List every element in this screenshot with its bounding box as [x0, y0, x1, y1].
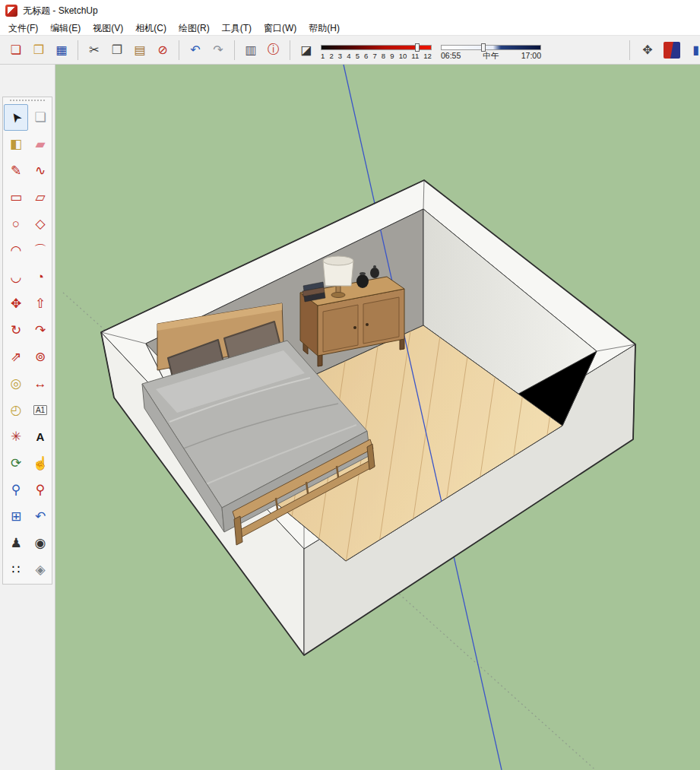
model-info-button[interactable]: ⓘ	[262, 39, 285, 62]
3d-text-tool[interactable]: A	[28, 423, 52, 450]
menu-help[interactable]: 帮助(H)	[302, 21, 346, 35]
zoom-window-tool[interactable]: ⚲	[28, 477, 52, 503]
shadow-time-slider[interactable]: 06:55 中午 17:00	[441, 40, 541, 60]
push-pull-tool[interactable]: ⇧	[28, 290, 52, 317]
door-knob	[353, 326, 356, 329]
arc-tool[interactable]: ◠	[4, 237, 28, 264]
date-slider-thumb[interactable]	[415, 43, 420, 52]
rectangle-tool[interactable]: ▭	[4, 184, 28, 211]
freehand-tool[interactable]: ∿	[28, 157, 52, 184]
menu-bar: 文件(F) 编辑(E) 视图(V) 相机(C) 绘图(R) 工具(T) 窗口(W…	[0, 21, 700, 35]
printer-icon: ▥	[245, 43, 256, 57]
three-point-arc-tool[interactable]: ◡	[4, 264, 28, 290]
zoom-tool[interactable]: ⚲	[4, 477, 28, 503]
paint-bucket-tool[interactable]: ◧	[4, 131, 28, 157]
print-button[interactable]: ▥	[239, 39, 262, 62]
rectangle-icon: ▭	[10, 189, 22, 205]
time-labels: 06:55 中午 17:00	[441, 52, 541, 60]
time-slider-thumb[interactable]	[481, 43, 486, 52]
pan-tool[interactable]: ☝	[28, 450, 52, 477]
position-camera-icon: ♟	[10, 535, 21, 551]
make-component-tool[interactable]: ❏	[28, 104, 52, 131]
text-tool[interactable]: A1	[28, 397, 52, 423]
menu-camera[interactable]: 相机(C)	[129, 21, 173, 35]
palette-grip[interactable]	[10, 100, 45, 103]
date-slider-track[interactable]	[321, 45, 432, 50]
time-slider-track[interactable]	[441, 45, 541, 50]
black-jar-lid	[360, 272, 366, 275]
component-icon: ❏	[34, 109, 46, 125]
menu-file[interactable]: 文件(F)	[2, 21, 44, 35]
viewport[interactable]	[55, 65, 700, 770]
shadow-date-slider[interactable]: 1 2 3 4 5 6 7 8 9 10 11 12	[321, 40, 432, 60]
redo-button[interactable]: ↷	[207, 39, 230, 62]
month-label: 4	[347, 52, 350, 60]
polygon-icon: ◇	[35, 216, 45, 232]
scale-tool[interactable]: ⇗	[4, 344, 28, 370]
copy-icon: ❐	[112, 43, 122, 57]
lamp-shade-top	[323, 256, 353, 265]
select-cursor-icon: ➤	[6, 109, 25, 127]
eraser-icon: ▰	[35, 136, 45, 152]
pan-hand-icon: ☝	[32, 455, 48, 471]
look-around-tool[interactable]: ◉	[28, 530, 52, 556]
open-button[interactable]: ❒	[27, 39, 50, 62]
tape-measure-tool[interactable]: ◎	[4, 370, 28, 397]
orbit-compass-button[interactable]: ✥	[636, 39, 659, 62]
sketchup-logo-icon	[5, 5, 17, 17]
time-start-label: 06:55	[441, 52, 461, 60]
scissors-icon: ✂	[89, 43, 99, 57]
room-model[interactable]	[101, 65, 635, 770]
copy-button[interactable]: ❐	[106, 39, 128, 62]
rotate-tool[interactable]: ↻	[4, 317, 28, 344]
month-label: 1	[321, 52, 325, 60]
cut-button[interactable]: ✂	[83, 39, 106, 62]
select-tool[interactable]: ➤	[4, 104, 28, 131]
sketchup-cube-button[interactable]	[660, 39, 683, 62]
black-jar	[356, 274, 369, 288]
section-plane-tool[interactable]: ◈	[28, 556, 52, 583]
nightstand-door	[323, 305, 358, 352]
line-tool[interactable]: ✎	[4, 157, 28, 184]
previous-view-tool[interactable]: ↶	[28, 503, 52, 530]
tool-palette-group: ➤ ❏ ◧ ▰ ✎ ∿ ▭ ▱ ○ ◇ ◠ ⌒ ◡ ◔ ✥ ⇧ ↻ ↷ ⇗ ⊚	[2, 97, 52, 585]
undo-button[interactable]: ↶	[184, 39, 207, 62]
menu-draw[interactable]: 绘图(R)	[173, 21, 216, 35]
zoom-window-icon: ⚲	[36, 482, 45, 498]
position-camera-tool[interactable]: ♟	[4, 530, 28, 556]
new-button[interactable]: ❏	[5, 39, 27, 62]
offset-icon: ⊚	[35, 349, 46, 365]
clipped-toolbar-button[interactable]: ▮	[685, 39, 700, 62]
redo-arrow-icon: ↷	[213, 43, 223, 57]
magnifier-icon: ⚲	[11, 482, 21, 498]
dimension-arrows-icon: ↔	[34, 376, 47, 391]
eraser-tool[interactable]: ▰	[28, 131, 52, 157]
dimension-tool[interactable]: ↔	[28, 370, 52, 397]
menu-window[interactable]: 窗口(W)	[258, 21, 302, 35]
follow-me-tool[interactable]: ↷	[28, 317, 52, 344]
menu-view[interactable]: 视图(V)	[87, 21, 129, 35]
paste-button[interactable]: ▤	[128, 39, 151, 62]
zoom-extents-tool[interactable]: ⊞	[4, 503, 28, 530]
polygon-tool[interactable]: ◇	[28, 211, 52, 237]
walk-tool[interactable]: ∷	[4, 556, 28, 583]
circle-tool[interactable]: ○	[4, 211, 28, 237]
main-toolbar: ❏ ❒ ▦ ✂ ❐ ▤ ⊘ ↶ ↷ ▥ ⓘ ◪ 1 2 3 4 5	[0, 35, 700, 65]
month-label: 10	[399, 52, 407, 60]
axes-tool[interactable]: ✳	[4, 423, 28, 450]
axes-star-icon: ✳	[11, 429, 21, 445]
menu-tools[interactable]: 工具(T)	[216, 21, 258, 35]
menu-edit[interactable]: 编辑(E)	[44, 21, 87, 35]
erase-button[interactable]: ⊘	[151, 39, 174, 62]
protractor-icon: ◴	[11, 402, 22, 418]
pie-tool[interactable]: ◔	[28, 264, 52, 290]
rotated-rectangle-tool[interactable]: ▱	[28, 184, 52, 211]
protractor-tool[interactable]: ◴	[4, 397, 28, 423]
offset-tool[interactable]: ⊚	[28, 344, 52, 370]
shadow-toggle-button[interactable]: ◪	[295, 39, 318, 62]
two-point-arc-tool[interactable]: ⌒	[28, 237, 52, 264]
info-badge-icon: ⓘ	[268, 42, 280, 58]
save-button[interactable]: ▦	[50, 39, 73, 62]
move-tool[interactable]: ✥	[4, 290, 28, 317]
orbit-tool[interactable]: ⟳	[4, 450, 28, 477]
